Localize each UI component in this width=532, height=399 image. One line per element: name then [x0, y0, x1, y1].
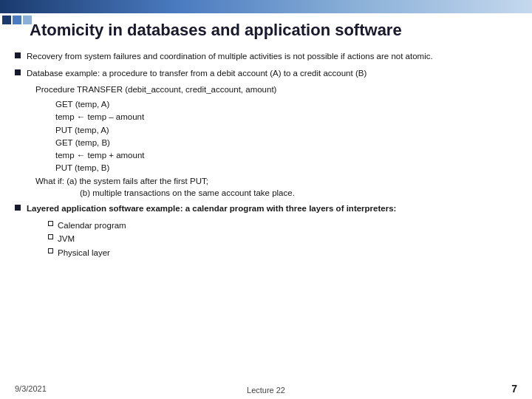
- square-mid: [13, 16, 21, 24]
- sub-bullet-2: JVM: [48, 233, 521, 245]
- code-line-4: GET (temp, B): [55, 137, 521, 149]
- bullet2-intro: Database example: a procedure to transfe…: [27, 69, 366, 78]
- footer-date: 9/3/2021: [15, 384, 47, 393]
- sub-bullets: Calendar program JVM Physical layer: [48, 219, 521, 259]
- sub-square-2: [48, 234, 53, 239]
- top-bar: [0, 0, 532, 13]
- bullet-text-2: Database example: a procedure to transfe…: [27, 67, 521, 80]
- sub-bullet-text-1: Calendar program: [58, 219, 126, 232]
- what-if-block: What if: (a) the system fails after the …: [35, 175, 521, 200]
- slide-title: Atomicity in databases and application s…: [30, 21, 517, 40]
- bullet-square-1: [15, 52, 21, 58]
- code-line-5: temp ← temp + amount: [55, 149, 521, 162]
- code-line-3: PUT (temp, A): [55, 124, 521, 137]
- bullet-square-2: [15, 69, 21, 75]
- sub-bullet-text-2: JVM: [58, 233, 75, 245]
- footer-page: 7: [511, 383, 517, 395]
- sub-bullet-1: Calendar program: [48, 219, 521, 232]
- sub-square-3: [48, 248, 53, 253]
- code-block: GET (temp, A) temp ← temp – amount PUT (…: [55, 98, 521, 175]
- code-line-1: GET (temp, A): [55, 98, 521, 111]
- bullet-square-3: [15, 205, 21, 211]
- procedure-header: Procedure TRANSFER (debit_account, credi…: [35, 83, 521, 96]
- content-area: Recovery from system failures and coordi…: [15, 50, 521, 377]
- sub-bullet-3: Physical layer: [48, 247, 521, 259]
- what-if-line1: What if: (a) the system fails after the …: [35, 175, 521, 188]
- bullet-item-2: Database example: a procedure to transfe…: [15, 67, 521, 80]
- bullet-item-1: Recovery from system failures and coordi…: [15, 50, 521, 63]
- bullet-item-3: Layered application software example: a …: [15, 202, 521, 215]
- sub-bullet-text-3: Physical layer: [58, 247, 110, 259]
- footer-lecture: Lecture 22: [247, 386, 285, 395]
- slide: Atomicity in databases and application s…: [0, 0, 532, 399]
- sub-square-1: [48, 221, 53, 226]
- bullet-text-3: Layered application software example: a …: [27, 202, 521, 215]
- square-dark: [2, 16, 11, 24]
- bullet-text-1: Recovery from system failures and coordi…: [27, 50, 521, 63]
- what-if-line2: (b) multiple transactions on the same ac…: [80, 187, 521, 200]
- code-line-2: temp ← temp – amount: [55, 111, 521, 123]
- bullet3-text: Layered application software example: a …: [27, 204, 396, 213]
- code-line-6: PUT (temp, B): [55, 162, 521, 174]
